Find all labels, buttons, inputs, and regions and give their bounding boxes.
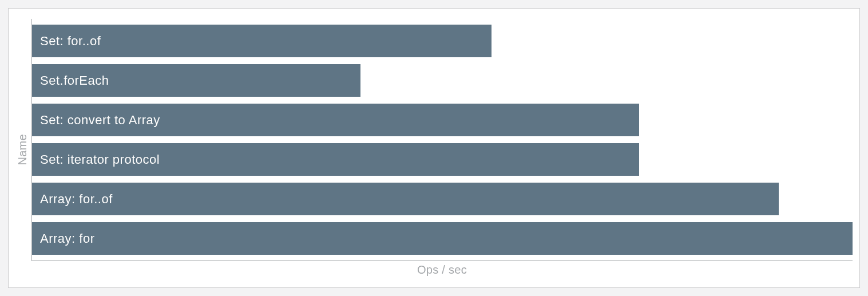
bar-row: Array: for..of [32, 179, 853, 219]
bar-row: Array: for [32, 219, 853, 258]
bar: Set.forEach [32, 64, 360, 97]
bar: Set: for..of [32, 25, 492, 57]
bar: Array: for [32, 222, 853, 255]
y-axis: Name [13, 19, 31, 281]
bar-row: Set: convert to Array [32, 100, 853, 140]
y-axis-label: Name [16, 134, 29, 165]
x-axis-label: Ops / sec [417, 263, 467, 277]
bar-label: Array: for..of [32, 192, 113, 207]
bar: Set: convert to Array [32, 104, 639, 136]
bar: Array: for..of [32, 183, 779, 215]
x-axis: Ops / sec [31, 261, 853, 281]
bar-row: Set.forEach [32, 61, 853, 100]
plot-area: Set: for..ofSet.forEachSet: convert to A… [31, 19, 853, 261]
chart-panel: Name Set: for..ofSet.forEachSet: convert… [8, 8, 860, 288]
bar-label: Set: for..of [32, 34, 101, 49]
plot-column: Set: for..ofSet.forEachSet: convert to A… [31, 19, 853, 281]
bar-row: Set: iterator protocol [32, 140, 853, 179]
page: Name Set: for..ofSet.forEachSet: convert… [0, 0, 868, 296]
bar-label: Set.forEach [32, 73, 109, 88]
bar-label: Array: for [32, 231, 94, 246]
bar-label: Set: convert to Array [32, 113, 160, 128]
bar-row: Set: for..of [32, 21, 853, 61]
bar: Set: iterator protocol [32, 143, 639, 176]
bar-label: Set: iterator protocol [32, 152, 160, 167]
